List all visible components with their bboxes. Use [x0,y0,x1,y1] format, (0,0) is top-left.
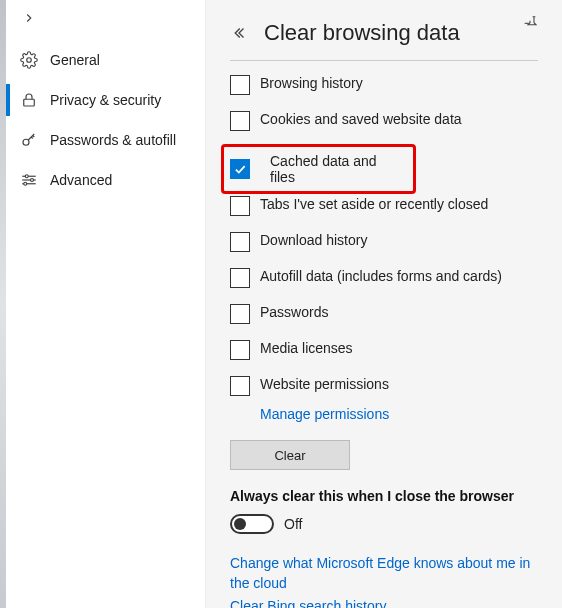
option-tabs-set-aside[interactable]: Tabs I've set aside or recently closed [230,196,538,232]
sidebar-item-label: Privacy & security [50,92,161,108]
svg-point-2 [23,139,29,145]
link-bing-history[interactable]: Clear Bing search history [230,597,538,608]
checkbox[interactable] [230,75,250,95]
option-label: Autofill data (includes forms and cards) [260,268,502,284]
key-icon [20,131,38,149]
divider [230,60,538,61]
checkbox[interactable] [230,232,250,252]
option-cached-data[interactable]: Cached data and files [221,144,416,194]
checkbox[interactable] [230,340,250,360]
settings-sidebar: General Privacy & security Passwords & a… [6,0,206,608]
checkbox-checked[interactable] [230,159,250,179]
option-label: Cached data and files [270,153,405,185]
option-media-licenses[interactable]: Media licenses [230,340,538,376]
toggle-knob [234,518,246,530]
option-label: Cookies and saved website data [260,111,462,127]
always-clear-toggle-row: Off [230,514,538,534]
svg-rect-1 [24,99,35,106]
checkbox[interactable] [230,376,250,396]
sidebar-expand[interactable] [6,0,205,40]
option-label: Browsing history [260,75,363,91]
footer-links: Change what Microsoft Edge knows about m… [230,554,538,608]
option-browsing-history[interactable]: Browsing history [230,75,538,111]
clear-button[interactable]: Clear [230,440,350,470]
checkbox[interactable] [230,268,250,288]
option-label: Download history [260,232,367,248]
option-passwords[interactable]: Passwords [230,304,538,340]
sidebar-item-label: Advanced [50,172,112,188]
sliders-icon [20,171,38,189]
checkbox[interactable] [230,304,250,324]
sidebar-item-advanced[interactable]: Advanced [6,160,205,200]
option-label: Tabs I've set aside or recently closed [260,196,488,212]
option-label: Passwords [260,304,328,320]
toggle-off[interactable] [230,514,274,534]
option-cookies[interactable]: Cookies and saved website data [230,111,538,147]
panel-title: Clear browsing data [264,20,460,46]
pin-icon[interactable] [522,14,538,30]
sidebar-item-passwords[interactable]: Passwords & autofill [6,120,205,160]
toggle-label: Off [284,516,302,532]
manage-permissions-link[interactable]: Manage permissions [260,406,538,422]
option-label: Website permissions [260,376,389,392]
svg-point-6 [31,179,34,182]
svg-point-4 [25,175,28,178]
sidebar-item-label: Passwords & autofill [50,132,176,148]
option-autofill[interactable]: Autofill data (includes forms and cards) [230,268,538,304]
link-edge-cloud[interactable]: Change what Microsoft Edge knows about m… [230,554,538,593]
sidebar-item-privacy[interactable]: Privacy & security [6,80,205,120]
svg-point-8 [24,182,27,185]
checkbox[interactable] [230,111,250,131]
sidebar-item-general[interactable]: General [6,40,205,80]
clear-browsing-data-panel: Clear browsing data Browsing history Coo… [206,0,562,608]
gear-icon [20,51,38,69]
option-download-history[interactable]: Download history [230,232,538,268]
checkbox[interactable] [230,196,250,216]
sidebar-item-label: General [50,52,100,68]
always-clear-title: Always clear this when I close the brows… [230,488,538,504]
panel-header: Clear browsing data [230,20,538,46]
lock-icon [20,91,38,109]
back-icon[interactable] [230,24,248,42]
chevron-right-icon [22,11,36,29]
checkbox-list: Browsing history Cookies and saved websi… [230,75,538,432]
svg-point-0 [27,58,32,63]
option-label: Media licenses [260,340,353,356]
